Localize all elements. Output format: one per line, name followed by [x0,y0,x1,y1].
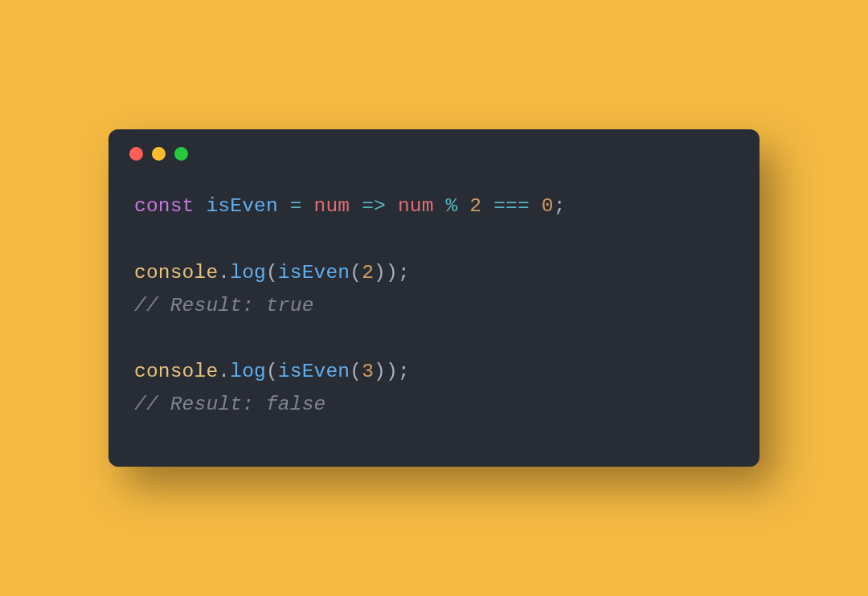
semicolon: ; [398,262,410,284]
code-window: const isEven = num => num % 2 === 0; con… [108,129,760,466]
rparen: ) [386,361,398,382]
method-log: log [230,262,266,284]
rparen: ) [374,361,386,382]
maximize-icon[interactable] [174,147,188,161]
close-icon[interactable] [129,147,143,161]
lparen: ( [350,262,362,284]
arg-2: 2 [362,262,374,284]
semicolon: ; [398,361,410,382]
object-console: console [134,262,218,284]
identifier-isEven: isEven [206,195,277,217]
dot: . [218,262,230,284]
operator-assign: = [290,195,302,217]
blank-line [134,223,734,256]
object-console: console [134,361,218,382]
operator-mod: % [446,195,458,217]
param-num: num [314,195,350,217]
code-line-7: // Result: false [134,388,734,421]
comment-result-true: // Result: true [134,295,314,316]
call-isEven: isEven [278,262,350,284]
number-2: 2 [469,195,481,217]
lparen: ( [266,361,278,382]
arg-3: 3 [362,361,374,382]
dot: . [218,361,230,382]
code-line-6: console.log(isEven(3)); [134,355,734,388]
minimize-icon[interactable] [152,147,166,161]
method-log: log [230,361,266,382]
rparen: ) [374,262,386,284]
lparen: ( [266,262,278,284]
blank-line [134,322,734,355]
comment-result-false: // Result: false [134,394,326,415]
identifier-num: num [398,195,434,217]
code-line-1: const isEven = num => num % 2 === 0; [134,190,734,222]
call-isEven: isEven [278,361,350,382]
number-0: 0 [542,195,554,217]
rparen: ) [386,262,398,284]
window-titlebar [108,129,760,161]
code-line-3: console.log(isEven(2)); [134,256,734,289]
keyword-const: const [134,195,194,217]
code-line-4: // Result: true [134,289,734,322]
operator-eqeqeq: === [493,195,530,217]
arrow-operator: => [362,195,386,217]
code-snippet: const isEven = num => num % 2 === 0; con… [108,161,760,466]
semicolon: ; [554,195,566,217]
lparen: ( [350,361,362,382]
